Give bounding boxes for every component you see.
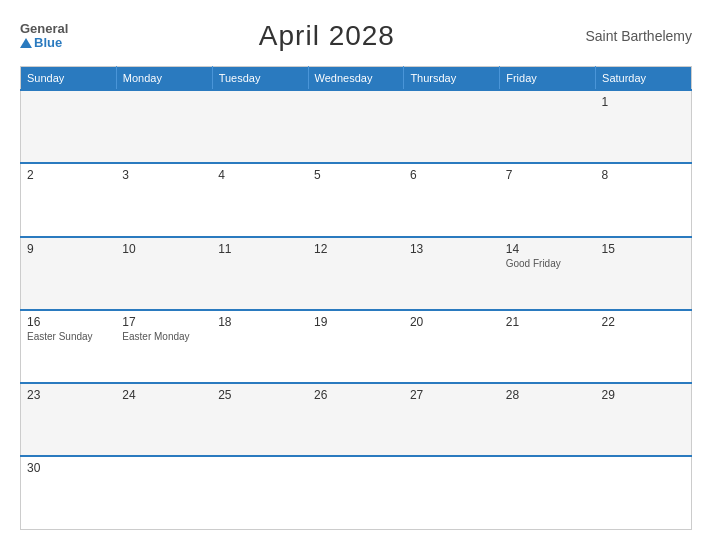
calendar-weekday-header: Sunday	[21, 67, 117, 91]
calendar-day-cell: 27	[404, 383, 500, 456]
calendar-weekday-header: Monday	[116, 67, 212, 91]
calendar-day-cell	[116, 90, 212, 163]
calendar-day-cell	[308, 456, 404, 529]
calendar-day-cell: 13	[404, 237, 500, 310]
day-number: 16	[27, 315, 110, 329]
calendar-day-cell: 29	[596, 383, 692, 456]
calendar-day-cell	[500, 456, 596, 529]
day-number: 14	[506, 242, 590, 256]
calendar-day-cell: 24	[116, 383, 212, 456]
calendar-day-cell: 7	[500, 163, 596, 236]
day-number: 20	[410, 315, 494, 329]
day-number: 1	[602, 95, 685, 109]
calendar-weekday-header: Thursday	[404, 67, 500, 91]
calendar-day-cell: 5	[308, 163, 404, 236]
calendar-day-cell: 3	[116, 163, 212, 236]
calendar-day-cell	[212, 456, 308, 529]
day-number: 27	[410, 388, 494, 402]
day-number: 21	[506, 315, 590, 329]
day-number: 6	[410, 168, 494, 182]
day-number: 24	[122, 388, 206, 402]
calendar-day-cell: 6	[404, 163, 500, 236]
calendar-day-cell: 18	[212, 310, 308, 383]
day-number: 15	[602, 242, 685, 256]
calendar-week-row: 30	[21, 456, 692, 529]
calendar-day-cell: 2	[21, 163, 117, 236]
calendar-week-row: 2345678	[21, 163, 692, 236]
day-number: 2	[27, 168, 110, 182]
calendar-header-row: SundayMondayTuesdayWednesdayThursdayFrid…	[21, 67, 692, 91]
day-number: 13	[410, 242, 494, 256]
day-number: 10	[122, 242, 206, 256]
calendar-day-cell: 21	[500, 310, 596, 383]
calendar-day-cell	[404, 90, 500, 163]
day-number: 29	[602, 388, 685, 402]
calendar-day-cell	[596, 456, 692, 529]
calendar-day-cell: 4	[212, 163, 308, 236]
calendar-weekday-header: Wednesday	[308, 67, 404, 91]
calendar-day-cell: 11	[212, 237, 308, 310]
day-number: 8	[602, 168, 685, 182]
calendar-day-cell: 8	[596, 163, 692, 236]
holiday-label: Easter Sunday	[27, 331, 110, 342]
calendar-table: SundayMondayTuesdayWednesdayThursdayFrid…	[20, 66, 692, 530]
day-number: 19	[314, 315, 398, 329]
calendar-day-cell: 25	[212, 383, 308, 456]
calendar-day-cell: 30	[21, 456, 117, 529]
calendar-week-row: 16Easter Sunday17Easter Monday1819202122	[21, 310, 692, 383]
country-label: Saint Barthelemy	[585, 28, 692, 44]
calendar-day-cell: 23	[21, 383, 117, 456]
calendar-day-cell	[212, 90, 308, 163]
day-number: 5	[314, 168, 398, 182]
calendar-day-cell: 26	[308, 383, 404, 456]
calendar-day-cell	[116, 456, 212, 529]
calendar-day-cell: 1	[596, 90, 692, 163]
calendar-title: April 2028	[259, 20, 395, 52]
calendar-weekday-header: Tuesday	[212, 67, 308, 91]
calendar-day-cell	[308, 90, 404, 163]
day-number: 9	[27, 242, 110, 256]
calendar-day-cell: 14Good Friday	[500, 237, 596, 310]
logo-blue-text: Blue	[20, 36, 68, 50]
holiday-label: Good Friday	[506, 258, 590, 269]
calendar-week-row: 91011121314Good Friday15	[21, 237, 692, 310]
logo-triangle-icon	[20, 38, 32, 48]
day-number: 4	[218, 168, 302, 182]
calendar-week-row: 1	[21, 90, 692, 163]
day-number: 17	[122, 315, 206, 329]
calendar-day-cell	[404, 456, 500, 529]
day-number: 23	[27, 388, 110, 402]
logo-general-text: General	[20, 22, 68, 36]
calendar-day-cell: 17Easter Monday	[116, 310, 212, 383]
day-number: 3	[122, 168, 206, 182]
calendar-weekday-header: Friday	[500, 67, 596, 91]
logo: General Blue	[20, 22, 68, 51]
day-number: 12	[314, 242, 398, 256]
day-number: 30	[27, 461, 110, 475]
day-number: 25	[218, 388, 302, 402]
calendar-day-cell: 12	[308, 237, 404, 310]
day-number: 28	[506, 388, 590, 402]
page-header: General Blue April 2028 Saint Barthelemy	[20, 20, 692, 52]
day-number: 18	[218, 315, 302, 329]
calendar-day-cell	[500, 90, 596, 163]
calendar-day-cell: 20	[404, 310, 500, 383]
calendar-day-cell: 9	[21, 237, 117, 310]
calendar-day-cell: 28	[500, 383, 596, 456]
calendar-day-cell: 10	[116, 237, 212, 310]
calendar-day-cell: 22	[596, 310, 692, 383]
day-number: 11	[218, 242, 302, 256]
calendar-day-cell: 16Easter Sunday	[21, 310, 117, 383]
day-number: 7	[506, 168, 590, 182]
calendar-day-cell	[21, 90, 117, 163]
calendar-day-cell: 19	[308, 310, 404, 383]
calendar-day-cell: 15	[596, 237, 692, 310]
day-number: 26	[314, 388, 398, 402]
holiday-label: Easter Monday	[122, 331, 206, 342]
day-number: 22	[602, 315, 685, 329]
calendar-week-row: 23242526272829	[21, 383, 692, 456]
calendar-weekday-header: Saturday	[596, 67, 692, 91]
